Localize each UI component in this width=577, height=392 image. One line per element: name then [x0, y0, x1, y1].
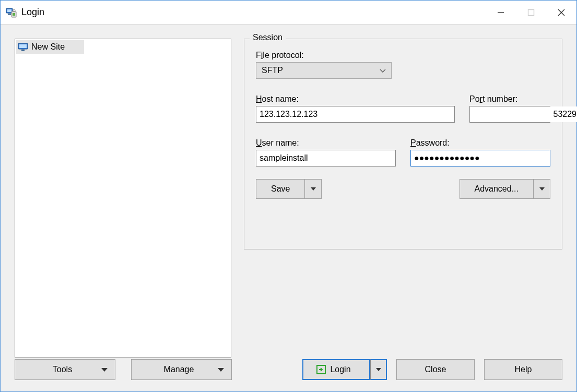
save-dropdown-button[interactable]: [305, 179, 322, 199]
svg-rect-4: [13, 13, 15, 16]
close-button[interactable]: [546, 1, 576, 24]
port-number-label: Port number:: [469, 94, 550, 104]
password-input[interactable]: [410, 150, 550, 167]
save-split-button[interactable]: Save: [256, 179, 322, 199]
triangle-down-icon: [101, 368, 108, 372]
session-group: Session File protocol: SFTP Host name:: [244, 39, 562, 250]
file-protocol-select[interactable]: SFTP: [256, 62, 392, 79]
manage-button[interactable]: Manage: [131, 359, 232, 380]
svg-rect-11: [21, 50, 25, 51]
svg-rect-1: [7, 9, 11, 12]
triangle-down-icon: [218, 368, 224, 372]
host-name-input[interactable]: [256, 106, 455, 123]
login-button[interactable]: Login: [302, 359, 370, 380]
manage-split-button[interactable]: Manage: [131, 359, 232, 380]
user-name-input[interactable]: [256, 150, 396, 167]
app-icon: [6, 7, 17, 18]
chevron-down-icon: [380, 66, 386, 75]
port-number-input[interactable]: [470, 106, 577, 122]
svg-rect-10: [19, 44, 27, 48]
maximize-button: [516, 1, 546, 24]
login-split-button[interactable]: Login: [302, 359, 387, 380]
triangle-down-icon: [376, 368, 381, 371]
tools-split-button[interactable]: Tools: [15, 359, 115, 380]
file-protocol-value: SFTP: [262, 66, 283, 75]
client-area: New Site Session File protocol: SFTP: [1, 25, 576, 391]
triangle-down-icon: [311, 187, 316, 191]
user-name-label: User name:: [256, 138, 396, 148]
sites-list[interactable]: New Site: [15, 39, 231, 358]
session-legend: Session: [250, 33, 286, 42]
login-icon: [316, 365, 326, 374]
svg-rect-6: [528, 9, 534, 15]
window-title: Login: [21, 7, 44, 18]
help-button[interactable]: Help: [484, 359, 562, 380]
file-protocol-label: File protocol:: [256, 51, 550, 60]
monitor-icon: [18, 43, 28, 51]
login-window: Login: [0, 0, 577, 392]
password-label: Password:: [410, 138, 550, 148]
tools-button[interactable]: Tools: [15, 359, 115, 380]
close-button-footer[interactable]: Close: [396, 359, 475, 380]
save-button[interactable]: Save: [256, 179, 305, 199]
site-item-label: New Site: [31, 42, 65, 52]
minimize-button[interactable]: [486, 1, 516, 24]
titlebar: Login: [1, 1, 576, 25]
advanced-button[interactable]: Advanced...: [460, 179, 534, 199]
host-name-label: Host name:: [256, 94, 455, 104]
login-dropdown-button[interactable]: [370, 359, 387, 380]
port-number-stepper[interactable]: ▲ ▼: [469, 106, 550, 123]
site-item-new-site[interactable]: New Site: [16, 40, 84, 54]
svg-rect-2: [8, 14, 11, 15]
advanced-dropdown-button[interactable]: [534, 179, 550, 199]
triangle-down-icon: [539, 187, 545, 191]
advanced-split-button[interactable]: Advanced...: [460, 179, 551, 199]
